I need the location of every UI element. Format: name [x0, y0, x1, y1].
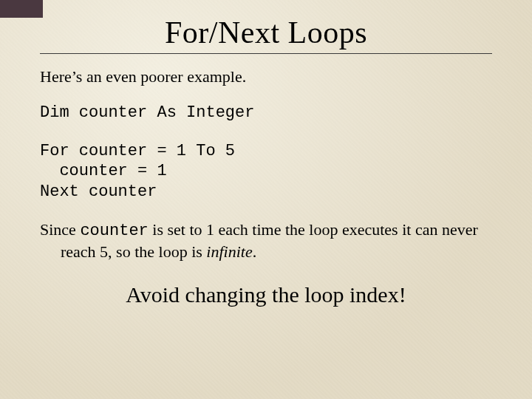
code-line-body: counter = 1: [40, 162, 167, 180]
title-rule: [40, 53, 492, 54]
callout-text: Avoid changing the loop index!: [40, 282, 492, 307]
code-line-for: For counter = 1 To 5: [40, 142, 235, 160]
explanation-text: Since counter is set to 1 each time the …: [40, 219, 492, 262]
code-block-2: For counter = 1 To 5 counter = 1 Next co…: [40, 141, 492, 202]
slide-content: For/Next Loops Here’s an even poorer exa…: [0, 0, 532, 307]
explain-code-word: counter: [80, 222, 148, 240]
slide-title: For/Next Loops: [40, 15, 492, 50]
code-line-next: Next counter: [40, 183, 157, 201]
explain-pre: Since: [40, 220, 80, 239]
code-block-1: Dim counter As Integer: [40, 103, 492, 123]
explain-post: .: [253, 242, 257, 261]
intro-text: Here’s an even poorer example.: [40, 67, 492, 86]
explain-emphasis: infinite: [206, 242, 252, 261]
corner-accent: [0, 0, 43, 18]
